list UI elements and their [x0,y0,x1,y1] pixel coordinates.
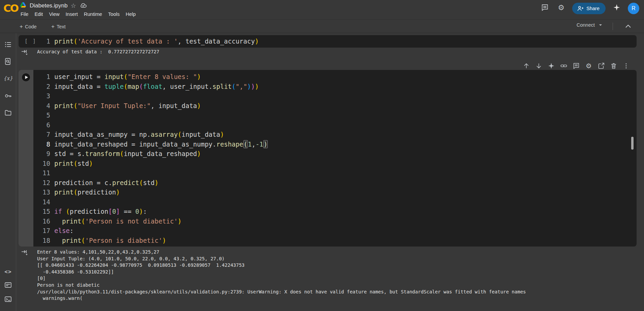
code-token: print [54,188,74,196]
output-line: Enter 8 values: 4,101,50,22,0,43.2,0.325… [37,249,526,256]
notebook-filename[interactable]: Diabetes.ipynb [30,2,67,9]
avatar[interactable]: R [628,3,639,14]
plus-icon: + [51,23,55,30]
code-token: -1 [256,140,263,148]
comments-icon[interactable] [540,2,550,12]
output-icon [21,249,28,258]
code-token: ( [178,131,181,138]
drive-icon [20,1,27,10]
code-token: ) [220,131,224,138]
code-token: ( [81,237,85,244]
code-token: "Enter 8 values: " [127,73,197,80]
menu-item[interactable]: View [46,10,62,18]
code-token: ) [162,237,166,244]
editor-settings-icon[interactable]: ⚙ [584,61,593,70]
line-number: 10 [33,159,50,169]
copy-cell-link-icon[interactable] [559,61,568,70]
code-token: "User Input Tuple:" [78,102,151,109]
code-token: print [54,37,74,45]
add-text-button[interactable]: + Text [51,22,66,31]
code-token: ) [263,140,268,148]
line-number: 12 [33,178,50,188]
code-line: 4print("User Input Tuple:", input_data) [19,101,637,111]
code-token: user_input [170,83,208,90]
gemini-sparkle-icon[interactable] [612,2,622,12]
menu-item[interactable]: Edit [31,10,46,18]
secrets-icon[interactable] [3,90,13,101]
code-token: 0 [135,208,139,215]
menu-item[interactable]: Help [123,10,139,18]
code-token: input_data_as_numpy [54,131,131,138]
code-token: = [97,73,105,80]
command-palette-icon[interactable] [3,280,13,290]
code-snippets-icon[interactable]: <> [3,266,13,277]
delete-cell-icon[interactable] [609,61,618,70]
menu-bar: FileEditViewInsertRuntimeToolsHelp [18,10,139,19]
code-token: prediction [70,208,108,215]
code-token: print [62,237,81,244]
settings-gear-icon[interactable]: ⚙ [556,2,566,12]
line-number: 6 [33,120,50,130]
code-token: 0 [112,208,116,215]
code-line: 7input_data_as_numpy = np.asarray(input_… [19,130,637,139]
code-token: input_data_as_numpy [139,140,212,148]
code-token: , [151,102,158,109]
code-token: ( [124,73,127,80]
add-code-button[interactable]: + Code [20,22,37,31]
code-token: split [212,83,232,90]
code-line: 14 [19,197,637,207]
code-token: ) [197,102,201,109]
line-number: 4 [33,101,50,111]
code-token: = [97,83,105,90]
mirror-cell-in-tab-icon[interactable] [597,61,606,70]
table-of-contents-icon[interactable] [3,39,13,50]
move-cell-down-icon[interactable] [534,61,543,70]
star-icon[interactable]: ☆ [70,3,76,9]
code-token: transform [85,150,120,157]
code-token: ] [116,208,120,215]
code-token: . [212,140,216,148]
code-token: ( [74,188,77,196]
cell-toolbar: ⚙ [522,61,631,70]
code-token: test_data_accuracy [185,37,255,45]
collapse-sections-icon[interactable] [624,23,632,31]
code-token: float [143,83,162,90]
code-token: prediction [54,179,97,186]
code-editor[interactable]: 1print('Accuracy of test data : ', test_… [19,35,637,48]
menu-item[interactable]: Runtime [81,10,105,18]
menu-item[interactable]: File [18,10,31,18]
code-editor[interactable]: 1user_input = input("Enter 8 values: ")2… [19,70,637,247]
share-button[interactable]: Share [572,3,606,14]
code-token: ( [74,37,77,45]
menu-item[interactable]: Insert [63,10,81,18]
cell-1-output: Accuracy of test data : 0.77272727272727… [19,49,159,55]
ask-gemini-icon[interactable] [547,61,556,70]
code-line: 3 [19,91,637,101]
variables-icon[interactable]: {x} [3,73,13,84]
move-cell-up-icon[interactable] [522,61,531,70]
code-token: c [105,179,108,186]
colab-logo[interactable]: CO [3,2,18,14]
code-token: ( [120,150,124,157]
terminal-icon[interactable] [3,294,13,305]
code-token: . [108,179,112,186]
scrollbar-thumb[interactable] [631,137,634,150]
code-token: input_data_reshaped [124,150,197,157]
code-token: ) [89,160,93,167]
line-number: 13 [33,187,50,197]
files-icon[interactable] [3,107,13,118]
line-number: 15 [33,207,50,216]
connect-button[interactable]: Connect [577,22,603,28]
top-bar: CO Diabetes.ipynb ☆ FileEditViewInsertRu… [0,0,644,20]
share-label: Share [586,6,599,11]
code-token: print [54,160,74,167]
code-token: tuple [105,83,124,90]
find-and-replace-icon[interactable] [3,56,13,67]
more-cell-actions-icon[interactable] [622,61,631,70]
code-line: 17else: [19,226,637,236]
menu-item[interactable]: Tools [105,10,123,18]
code-line: 8input_data_reshaped = input_data_as_num… [19,139,637,149]
code-token: . [147,131,151,138]
add-comment-icon[interactable] [572,61,581,70]
code-token: "," [236,83,247,90]
